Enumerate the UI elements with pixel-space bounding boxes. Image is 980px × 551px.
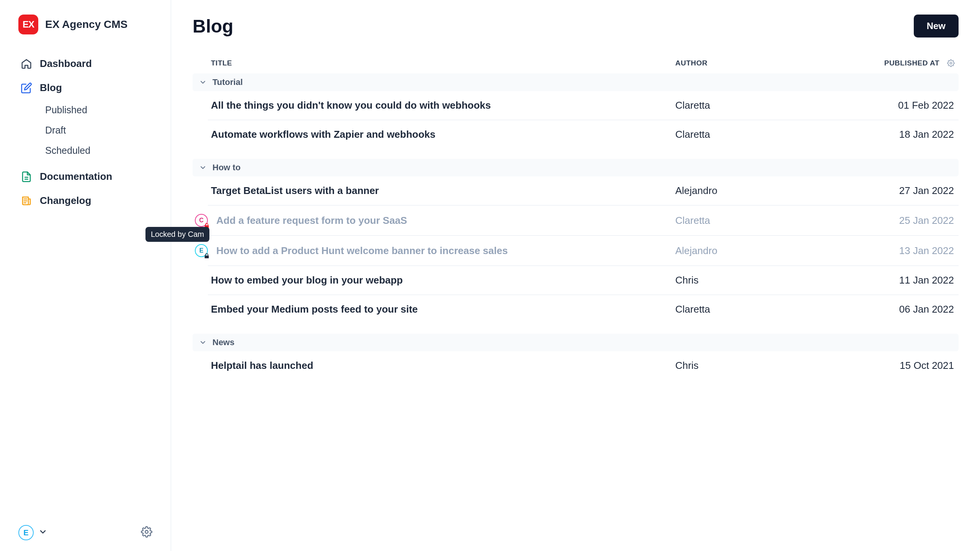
table-row[interactable]: All the things you didn't know you could…	[208, 91, 959, 120]
brand: EX EX Agency CMS	[0, 15, 171, 52]
row-title: Helptail has launched	[208, 360, 675, 372]
sidebar-item-label: Blog	[40, 82, 62, 94]
row-title-text: How to add a Product Hunt welcome banner…	[216, 245, 508, 257]
row-title-text: Target BetaList users with a banner	[211, 185, 379, 197]
table-row[interactable]: EHow to add a Product Hunt welcome banne…	[208, 236, 959, 266]
table-row[interactable]: Automate workflows with Zapier and webho…	[208, 120, 959, 149]
row-author: Claretta	[675, 303, 836, 315]
table-group: TutorialAll the things you didn't know y…	[193, 73, 959, 149]
svg-point-5	[145, 530, 148, 533]
main: Blog New TITLE AUTHOR PUBLISHED AT Tutor…	[171, 0, 980, 551]
sidebar-sub-draft[interactable]: Draft	[40, 120, 155, 140]
new-button[interactable]: New	[914, 15, 959, 37]
table-group: NewsHelptail has launchedChris15 Oct 202…	[193, 334, 959, 380]
edit-icon	[21, 82, 32, 94]
brand-name: EX Agency CMS	[45, 18, 127, 31]
gear-icon	[947, 59, 955, 67]
row-published: 27 Jan 2022	[836, 185, 959, 197]
row-author: Chris	[675, 360, 836, 372]
lock-avatar[interactable]: E	[195, 244, 208, 257]
svg-point-6	[950, 62, 952, 64]
table-row[interactable]: Helptail has launchedChris15 Oct 2021	[208, 351, 959, 380]
home-icon	[21, 58, 32, 70]
row-title: CAdd a feature request form to your SaaS	[208, 214, 675, 227]
row-published: 18 Jan 2022	[836, 129, 959, 140]
table-row[interactable]: Embed your Medium posts feed to your sit…	[208, 295, 959, 324]
sidebar-footer: E	[0, 525, 171, 540]
row-author: Alejandro	[675, 245, 836, 257]
sidebar: EX EX Agency CMS Dashboard Blog Publishe…	[0, 0, 171, 551]
group-header[interactable]: News	[193, 334, 959, 351]
sidebar-item-label: Dashboard	[40, 58, 92, 70]
group-label: How to	[212, 163, 240, 173]
chevron-down-icon	[38, 527, 47, 538]
table-row[interactable]: Target BetaList users with a bannerAleja…	[208, 176, 959, 205]
sidebar-item-label: Documentation	[40, 171, 112, 183]
table-settings-button[interactable]	[943, 59, 959, 67]
user-avatar: E	[18, 525, 34, 540]
filetext-icon	[21, 171, 32, 183]
sidebar-sub-scheduled[interactable]: Scheduled	[40, 140, 155, 161]
row-published: 11 Jan 2022	[836, 274, 959, 286]
row-published: 13 Jan 2022	[836, 245, 959, 257]
chevron-down-icon	[198, 77, 208, 87]
row-title-text: Add a feature request form to your SaaS	[216, 215, 407, 227]
nav: Dashboard Blog Published Draft Scheduled…	[0, 52, 171, 213]
lock-avatar[interactable]: C	[195, 214, 208, 227]
row-title: EHow to add a Product Hunt welcome banne…	[208, 244, 675, 257]
row-published: 15 Oct 2021	[836, 360, 959, 372]
sidebar-item-blog[interactable]: Blog	[15, 76, 155, 100]
col-published[interactable]: PUBLISHED AT	[836, 59, 943, 67]
row-author: Chris	[675, 274, 836, 286]
row-author: Alejandro	[675, 185, 836, 197]
brand-logo: EX	[18, 15, 38, 34]
col-author[interactable]: AUTHOR	[675, 59, 836, 67]
row-title: Target BetaList users with a banner	[208, 185, 675, 197]
row-author: Claretta	[675, 215, 836, 227]
row-published: 25 Jan 2022	[836, 215, 959, 227]
group-label: News	[212, 337, 234, 347]
lock-icon	[203, 222, 210, 229]
row-published: 06 Jan 2022	[836, 303, 959, 315]
row-title-text: How to embed your blog in your webapp	[211, 274, 403, 286]
gear-icon	[141, 526, 152, 538]
settings-button[interactable]	[141, 526, 152, 539]
table-group: How toTarget BetaList users with a banne…	[193, 159, 959, 324]
page-header: Blog New	[193, 15, 959, 37]
group-header[interactable]: How to	[193, 159, 959, 176]
row-title: Embed your Medium posts feed to your sit…	[208, 303, 675, 315]
chevron-down-icon	[198, 163, 208, 173]
row-title: Automate workflows with Zapier and webho…	[208, 129, 675, 140]
row-title-text: Helptail has launched	[211, 360, 313, 372]
sidebar-item-dashboard[interactable]: Dashboard	[15, 52, 155, 76]
sidebar-sub-blog: Published Draft Scheduled	[15, 100, 155, 161]
sidebar-item-documentation[interactable]: Documentation	[15, 165, 155, 189]
row-published: 01 Feb 2022	[836, 99, 959, 111]
table-body: TutorialAll the things you didn't know y…	[193, 73, 959, 380]
sidebar-item-changelog[interactable]: Changelog	[15, 189, 155, 213]
row-author: Claretta	[675, 99, 836, 111]
chevron-down-icon	[198, 337, 208, 347]
table-row[interactable]: How to embed your blog in your webappChr…	[208, 266, 959, 295]
row-title-text: Embed your Medium posts feed to your sit…	[211, 303, 418, 315]
col-title[interactable]: TITLE	[193, 59, 675, 67]
newspaper-icon	[21, 195, 32, 207]
sidebar-sub-published[interactable]: Published	[40, 100, 155, 120]
group-label: Tutorial	[212, 77, 243, 87]
page-title: Blog	[193, 16, 234, 37]
row-title-text: Automate workflows with Zapier and webho…	[211, 129, 436, 140]
row-title: How to embed your blog in your webapp	[208, 274, 675, 286]
table-header: TITLE AUTHOR PUBLISHED AT	[193, 59, 959, 73]
sidebar-item-label: Changelog	[40, 195, 91, 207]
row-author: Claretta	[675, 129, 836, 140]
user-menu[interactable]: E	[18, 525, 47, 540]
row-title-text: All the things you didn't know you could…	[211, 99, 491, 111]
lock-icon	[203, 253, 210, 259]
row-title: All the things you didn't know you could…	[208, 99, 675, 111]
group-header[interactable]: Tutorial	[193, 73, 959, 91]
table-row[interactable]: CAdd a feature request form to your SaaS…	[208, 205, 959, 236]
